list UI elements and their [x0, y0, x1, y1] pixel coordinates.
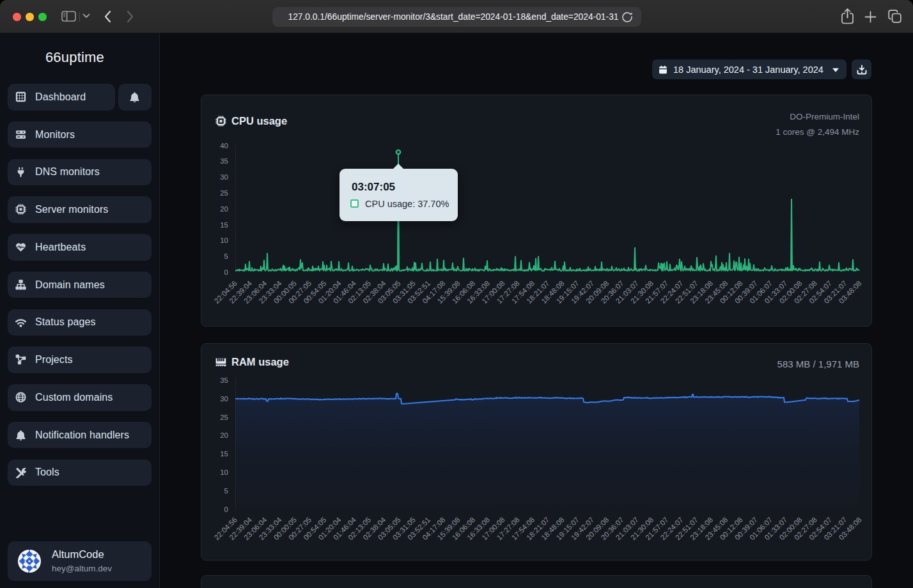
svg-text:15: 15 — [220, 450, 228, 458]
svg-text:0: 0 — [224, 268, 228, 276]
svg-text:35: 35 — [220, 157, 228, 165]
svg-text:25: 25 — [220, 414, 228, 421]
svg-text:30: 30 — [220, 395, 228, 403]
svg-text:35: 35 — [220, 376, 228, 384]
svg-text:25: 25 — [220, 189, 228, 197]
svg-text:15: 15 — [220, 221, 228, 229]
svg-text:10: 10 — [220, 236, 228, 244]
svg-text:5: 5 — [224, 252, 228, 260]
svg-text:30: 30 — [220, 173, 228, 181]
svg-text:20: 20 — [220, 205, 228, 213]
svg-text:20: 20 — [220, 431, 228, 439]
svg-text:5: 5 — [224, 487, 228, 495]
svg-text:40: 40 — [220, 142, 228, 150]
svg-text:10: 10 — [220, 468, 228, 476]
svg-text:0: 0 — [224, 506, 228, 513]
